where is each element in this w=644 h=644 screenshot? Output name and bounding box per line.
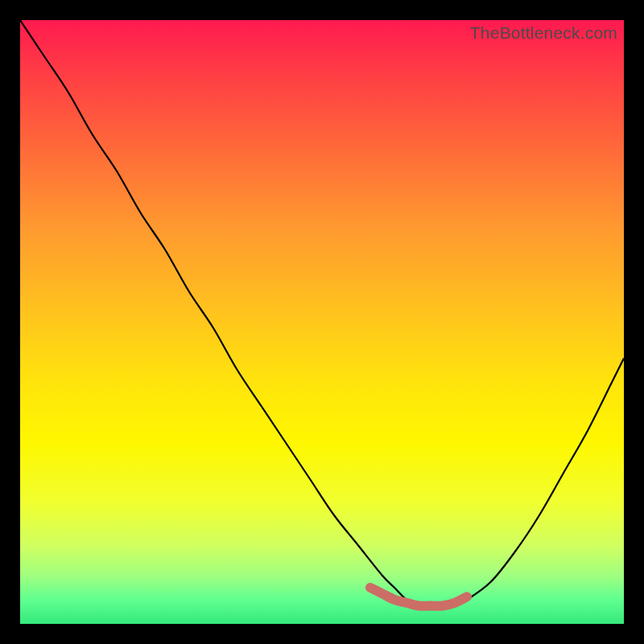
plot-area: TheBottleneck.com [20, 20, 624, 624]
optimal-band [370, 588, 467, 606]
bottleneck-curve [20, 20, 624, 606]
chart-outer: TheBottleneck.com [0, 0, 644, 644]
curve-layer [20, 20, 624, 624]
